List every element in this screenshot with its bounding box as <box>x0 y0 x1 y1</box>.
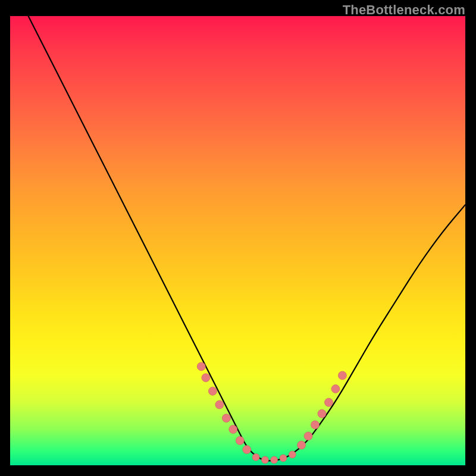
marker-right <box>304 432 312 440</box>
chart-frame: TheBottleneck.com <box>0 0 476 476</box>
marker-left <box>197 362 205 371</box>
marker-layer <box>197 362 346 464</box>
curve-layer <box>29 16 465 461</box>
marker-left <box>243 446 251 454</box>
curve-svg <box>10 16 465 465</box>
marker-right <box>338 371 346 380</box>
marker-right <box>298 441 306 449</box>
marker-left <box>236 437 244 445</box>
marker-left <box>222 414 230 422</box>
bottleneck-curve <box>29 16 465 461</box>
marker-right <box>325 398 333 406</box>
marker-left <box>208 387 217 395</box>
marker-valley <box>280 455 287 462</box>
marker-left <box>215 400 224 409</box>
marker-left <box>202 374 210 382</box>
marker-valley <box>252 453 259 461</box>
marker-valley <box>261 456 268 464</box>
marker-valley <box>271 456 278 464</box>
marker-right <box>331 385 340 393</box>
marker-valley <box>289 451 296 458</box>
marker-right <box>318 409 326 418</box>
marker-left <box>229 425 237 434</box>
marker-right <box>311 421 320 429</box>
gradient-plot-area <box>10 16 465 465</box>
